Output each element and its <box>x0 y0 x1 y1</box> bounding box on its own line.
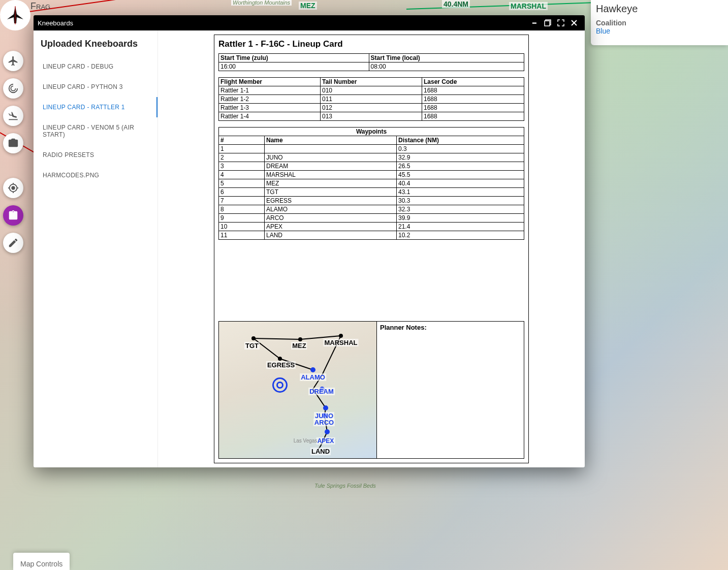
kneeboard-item[interactable]: LINEUP CARD - RATTLER 1 <box>40 97 157 117</box>
cell-wp-name: MARSHAL <box>265 171 397 179</box>
cell-wp-name: ALAMO <box>265 205 397 214</box>
cell-wp-name <box>265 145 397 153</box>
hawkeye-coalition-label: Coalition <box>596 19 723 27</box>
cell-laser: 1688 <box>422 112 524 121</box>
table-row: Rattler 1-10101688 <box>219 86 524 95</box>
edit-icon <box>8 237 19 248</box>
mm-label-dream: DREAM <box>308 388 335 395</box>
start-zulu-label: Start Time (zulu) <box>219 54 369 62</box>
modal-title-bar: Kneeboards ━ <box>34 15 585 30</box>
jet-icon <box>5 5 25 25</box>
cell-wp-name: LAND <box>265 231 397 240</box>
close-icon <box>571 19 578 26</box>
cell-wp-num: 10 <box>219 223 265 231</box>
landing-icon <box>8 110 19 121</box>
kneeboards-modal: Kneeboards ━ Uploaded Kneeboards LINEUP … <box>34 15 585 467</box>
window-close-button[interactable] <box>567 16 581 29</box>
mm-label-apex: APEX <box>316 437 335 445</box>
app-logo[interactable] <box>0 0 30 30</box>
kneeboard-item[interactable]: RADIO PRESETS <box>40 145 157 165</box>
start-time-table: Start Time (zulu)Start Time (local) 16:0… <box>218 53 524 71</box>
crosshair-icon <box>8 182 19 194</box>
cell-wp-num: 2 <box>219 153 265 162</box>
rail-edit-button[interactable] <box>3 233 23 253</box>
modal-title: Kneeboards <box>38 19 73 27</box>
rail-crosshair-button[interactable] <box>3 178 23 198</box>
mm-label-egress: EGRESS <box>266 361 296 369</box>
cell-wp-dist: 21.4 <box>397 223 524 231</box>
cell-tail: 013 <box>321 112 422 121</box>
table-row: 7EGRESS30.3 <box>219 197 524 205</box>
start-local-label: Start Time (local) <box>369 54 524 62</box>
cell-wp-dist: 40.4 <box>397 179 524 188</box>
kneeboard-item[interactable]: HARMCODES.PNG <box>40 165 157 185</box>
table-row: 6TGT43.1 <box>219 188 524 197</box>
kneeboard-item[interactable]: LINEUP CARD - VENOM 5 (AIR START) <box>40 117 157 145</box>
col-flight-member: Flight Member <box>219 78 321 86</box>
cell-wp-dist: 39.9 <box>397 214 524 223</box>
cell-laser: 1688 <box>422 104 524 112</box>
mm-label-tgt: TGT <box>244 342 260 350</box>
col-wp-dist: Distance (NM) <box>397 136 524 145</box>
cell-wp-name: ARCO <box>265 214 397 223</box>
window-minimize-button[interactable]: ━ <box>528 16 541 29</box>
start-zulu-value: 16:00 <box>219 62 369 71</box>
cell-flight: Rattler 1-2 <box>219 95 321 104</box>
col-wp-num: # <box>219 136 265 145</box>
hawkeye-coalition[interactable]: Blue <box>596 27 723 35</box>
kneeboard-sidebar: Uploaded Kneeboards LINEUP CARD - DEBUGL… <box>34 30 158 467</box>
mm-label-land: LAND <box>310 448 331 455</box>
rail-camera-button[interactable] <box>3 133 23 153</box>
cell-tail: 011 <box>321 95 422 104</box>
cell-wp-num: 11 <box>219 231 265 240</box>
rail-plane-button[interactable] <box>3 51 23 71</box>
rail-radar-button[interactable] <box>3 78 23 99</box>
cell-wp-num: 6 <box>219 188 265 197</box>
cell-wp-name: APEX <box>265 223 397 231</box>
col-laser-code: Laser Code <box>422 78 524 86</box>
flight-members-table: Flight MemberTail NumberLaser Code Rattl… <box>218 77 524 121</box>
rail-clipboard-button[interactable] <box>3 205 23 226</box>
clipboard-icon <box>8 210 19 221</box>
window-fullscreen-button[interactable] <box>554 16 567 29</box>
cell-wp-num: 9 <box>219 214 265 223</box>
cell-wp-dist: 10.2 <box>397 231 524 240</box>
table-row: 10APEX21.4 <box>219 223 524 231</box>
camera-icon <box>8 138 19 149</box>
map-controls-button[interactable]: Map Controls <box>13 553 70 570</box>
table-row: 3DREAM26.5 <box>219 162 524 171</box>
cell-wp-dist: 43.1 <box>397 188 524 197</box>
mm-label-marshal: MARSHAL <box>324 339 359 346</box>
table-row: 5MEZ40.4 <box>219 179 524 188</box>
cell-flight: Rattler 1-3 <box>219 104 321 112</box>
cell-wp-name: JUNO <box>265 153 397 162</box>
cell-wp-dist: 45.5 <box>397 171 524 179</box>
table-row: 8ALAMO32.3 <box>219 205 524 214</box>
mm-label-alamo: ALAMO <box>300 373 326 381</box>
card-title: Rattler 1 - F-16C - Lineup Card <box>218 39 524 49</box>
kneeboard-item[interactable]: LINEUP CARD - PYTHON 3 <box>40 77 157 97</box>
table-row: Rattler 1-40131688 <box>219 112 524 121</box>
fullscreen-icon <box>557 19 564 26</box>
cell-laser: 1688 <box>422 86 524 95</box>
svg-rect-0 <box>546 20 551 25</box>
rail-landing-button[interactable] <box>3 106 23 126</box>
planner-notes-label: Planner Notes: <box>380 324 521 331</box>
bg-label-mez: MEZ <box>299 2 317 10</box>
col-tail-number: Tail Number <box>321 78 422 86</box>
cell-flight: Rattler 1-1 <box>219 86 321 95</box>
plane-icon <box>8 55 19 67</box>
mm-label-arco: ARCO <box>313 419 335 426</box>
sidebar-heading: Uploaded Kneeboards <box>40 39 157 49</box>
svg-rect-1 <box>545 21 550 26</box>
waypoints-title: Waypoints <box>219 128 524 136</box>
window-restore-button[interactable] <box>541 16 554 29</box>
bg-label-tule: Tule Springs Fossil Beds <box>313 483 377 489</box>
hawkeye-name: Hawkeye <box>596 3 723 15</box>
hawkeye-panel: Hawkeye Coalition Blue <box>591 0 728 45</box>
table-row: 2JUNO32.9 <box>219 153 524 162</box>
bg-label-marshal: MARSHAL <box>509 2 548 10</box>
cell-wp-num: 7 <box>219 197 265 205</box>
kneeboard-item[interactable]: LINEUP CARD - DEBUG <box>40 56 157 77</box>
minimize-icon: ━ <box>532 19 536 27</box>
